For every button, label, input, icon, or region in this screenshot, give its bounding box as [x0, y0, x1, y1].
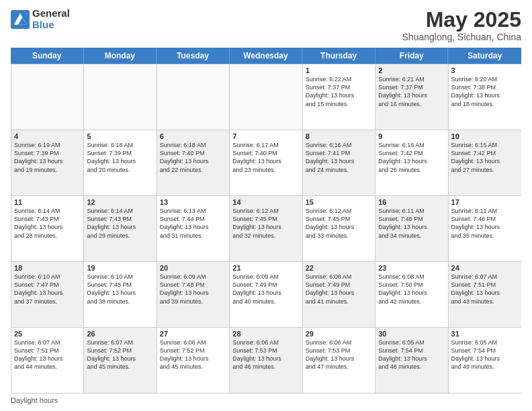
- day-number: 31: [451, 330, 519, 338]
- cell-info: Sunrise: 6:20 AM Sunset: 7:38 PM Dayligh…: [451, 75, 519, 108]
- calendar-cell-11: 11Sunrise: 6:14 AM Sunset: 7:43 PM Dayli…: [11, 196, 84, 261]
- calendar-row-2: 11Sunrise: 6:14 AM Sunset: 7:43 PM Dayli…: [11, 195, 521, 261]
- calendar-cell-4: 4Sunrise: 6:19 AM Sunset: 7:39 PM Daylig…: [11, 130, 84, 195]
- day-header-saturday: Saturday: [448, 48, 521, 64]
- cell-info: Sunrise: 6:11 AM Sunset: 7:46 PM Dayligh…: [378, 207, 445, 240]
- calendar-cell-18: 18Sunrise: 6:10 AM Sunset: 7:47 PM Dayli…: [11, 262, 84, 327]
- day-number: 11: [14, 198, 81, 206]
- calendar-cell-29: 29Sunrise: 6:06 AM Sunset: 7:53 PM Dayli…: [303, 328, 375, 393]
- day-number: 16: [378, 198, 445, 206]
- cell-info: Sunrise: 6:14 AM Sunset: 7:43 PM Dayligh…: [14, 207, 81, 240]
- calendar-cell-3: 3Sunrise: 6:20 AM Sunset: 7:38 PM Daylig…: [449, 64, 521, 130]
- cell-info: Sunrise: 6:16 AM Sunset: 7:41 PM Dayligh…: [306, 141, 372, 174]
- cell-info: Sunrise: 6:15 AM Sunset: 7:42 PM Dayligh…: [451, 141, 519, 174]
- day-header-thursday: Thursday: [302, 48, 375, 64]
- day-number: 30: [378, 330, 445, 338]
- cell-info: Sunrise: 6:07 AM Sunset: 7:52 PM Dayligh…: [87, 338, 153, 371]
- day-number: 14: [232, 198, 299, 206]
- calendar-cell-25: 25Sunrise: 6:07 AM Sunset: 7:51 PM Dayli…: [11, 328, 84, 393]
- cell-info: Sunrise: 6:22 AM Sunset: 7:37 PM Dayligh…: [306, 75, 372, 108]
- calendar-cell-7: 7Sunrise: 6:17 AM Sunset: 7:40 PM Daylig…: [230, 130, 302, 195]
- day-number: 10: [451, 132, 519, 140]
- cell-info: Sunrise: 6:10 AM Sunset: 7:48 PM Dayligh…: [87, 273, 153, 306]
- day-number: 25: [14, 330, 81, 338]
- calendar-row-4: 25Sunrise: 6:07 AM Sunset: 7:51 PM Dayli…: [11, 327, 521, 393]
- cell-info: Sunrise: 6:07 AM Sunset: 7:51 PM Dayligh…: [14, 338, 81, 371]
- logo-blue-text: Blue: [32, 19, 70, 31]
- cell-info: Sunrise: 6:18 AM Sunset: 7:39 PM Dayligh…: [87, 141, 153, 174]
- day-header-sunday: Sunday: [11, 48, 84, 64]
- calendar-cell-24: 24Sunrise: 6:07 AM Sunset: 7:51 PM Dayli…: [449, 262, 521, 327]
- title-block: May 2025 Shuanglong, Sichuan, China: [402, 8, 521, 42]
- cell-info: Sunrise: 6:21 AM Sunset: 7:37 PM Dayligh…: [378, 75, 445, 108]
- calendar-cell-empty-0-0: [11, 64, 84, 130]
- day-number: 1: [306, 66, 372, 75]
- cell-info: Sunrise: 6:05 AM Sunset: 7:54 PM Dayligh…: [451, 338, 519, 371]
- calendar-cell-1: 1Sunrise: 6:22 AM Sunset: 7:37 PM Daylig…: [303, 64, 375, 130]
- day-number: 21: [232, 264, 299, 272]
- calendar-cell-10: 10Sunrise: 6:15 AM Sunset: 7:42 PM Dayli…: [449, 130, 521, 195]
- calendar-body: 1Sunrise: 6:22 AM Sunset: 7:37 PM Daylig…: [11, 64, 521, 394]
- day-number: 28: [232, 330, 299, 338]
- cell-info: Sunrise: 6:11 AM Sunset: 7:46 PM Dayligh…: [451, 207, 519, 240]
- calendar-cell-19: 19Sunrise: 6:10 AM Sunset: 7:48 PM Dayli…: [84, 262, 157, 327]
- cell-info: Sunrise: 6:14 AM Sunset: 7:43 PM Dayligh…: [87, 207, 153, 240]
- day-number: 19: [87, 264, 153, 272]
- day-number: 5: [87, 132, 153, 140]
- logo: General Blue: [11, 8, 70, 30]
- calendar-cell-28: 28Sunrise: 6:06 AM Sunset: 7:53 PM Dayli…: [230, 328, 302, 393]
- day-number: 27: [160, 330, 226, 338]
- cell-info: Sunrise: 6:08 AM Sunset: 7:49 PM Dayligh…: [306, 273, 372, 306]
- cell-info: Sunrise: 6:09 AM Sunset: 7:49 PM Dayligh…: [232, 273, 299, 306]
- daylight-label: Daylight hours: [11, 396, 58, 404]
- day-number: 22: [306, 264, 372, 272]
- calendar-cell-21: 21Sunrise: 6:09 AM Sunset: 7:49 PM Dayli…: [230, 262, 302, 327]
- day-number: 3: [451, 66, 519, 75]
- month-title: May 2025: [402, 8, 521, 32]
- calendar-cell-13: 13Sunrise: 6:13 AM Sunset: 7:44 PM Dayli…: [157, 196, 230, 261]
- calendar-row-3: 18Sunrise: 6:10 AM Sunset: 7:47 PM Dayli…: [11, 261, 521, 327]
- calendar-cell-8: 8Sunrise: 6:16 AM Sunset: 7:41 PM Daylig…: [303, 130, 375, 195]
- calendar-cell-empty-0-1: [84, 64, 157, 130]
- calendar-cell-27: 27Sunrise: 6:06 AM Sunset: 7:52 PM Dayli…: [157, 328, 230, 393]
- calendar-cell-31: 31Sunrise: 6:05 AM Sunset: 7:54 PM Dayli…: [449, 328, 521, 393]
- day-number: 20: [160, 264, 226, 272]
- cell-info: Sunrise: 6:12 AM Sunset: 7:45 PM Dayligh…: [306, 207, 372, 240]
- footer-note: Daylight hours: [11, 396, 521, 404]
- day-number: 2: [378, 66, 445, 75]
- calendar-cell-22: 22Sunrise: 6:08 AM Sunset: 7:49 PM Dayli…: [303, 262, 375, 327]
- cell-info: Sunrise: 6:16 AM Sunset: 7:42 PM Dayligh…: [378, 141, 445, 174]
- day-number: 7: [232, 132, 299, 140]
- cell-info: Sunrise: 6:06 AM Sunset: 7:52 PM Dayligh…: [160, 338, 226, 371]
- calendar-cell-26: 26Sunrise: 6:07 AM Sunset: 7:52 PM Dayli…: [84, 328, 157, 393]
- calendar-cell-16: 16Sunrise: 6:11 AM Sunset: 7:46 PM Dayli…: [375, 196, 448, 261]
- cell-info: Sunrise: 6:05 AM Sunset: 7:54 PM Dayligh…: [378, 338, 445, 371]
- calendar-cell-17: 17Sunrise: 6:11 AM Sunset: 7:46 PM Dayli…: [449, 196, 521, 261]
- day-number: 15: [306, 198, 372, 206]
- cell-info: Sunrise: 6:07 AM Sunset: 7:51 PM Dayligh…: [451, 273, 519, 306]
- calendar-cell-23: 23Sunrise: 6:08 AM Sunset: 7:50 PM Dayli…: [375, 262, 448, 327]
- cell-info: Sunrise: 6:13 AM Sunset: 7:44 PM Dayligh…: [160, 207, 226, 240]
- day-number: 17: [451, 198, 519, 206]
- calendar-cell-empty-0-3: [230, 64, 302, 130]
- day-number: 23: [378, 264, 445, 272]
- calendar-cell-6: 6Sunrise: 6:18 AM Sunset: 7:40 PM Daylig…: [157, 130, 230, 195]
- calendar-cell-15: 15Sunrise: 6:12 AM Sunset: 7:45 PM Dayli…: [303, 196, 375, 261]
- calendar-cell-2: 2Sunrise: 6:21 AM Sunset: 7:37 PM Daylig…: [375, 64, 448, 130]
- cell-info: Sunrise: 6:17 AM Sunset: 7:40 PM Dayligh…: [232, 141, 299, 174]
- calendar-cell-30: 30Sunrise: 6:05 AM Sunset: 7:54 PM Dayli…: [375, 328, 448, 393]
- day-header-wednesday: Wednesday: [230, 48, 303, 64]
- day-number: 8: [306, 132, 372, 140]
- calendar-cell-20: 20Sunrise: 6:09 AM Sunset: 7:48 PM Dayli…: [157, 262, 230, 327]
- calendar: SundayMondayTuesdayWednesdayThursdayFrid…: [11, 48, 521, 394]
- cell-info: Sunrise: 6:08 AM Sunset: 7:50 PM Dayligh…: [378, 273, 445, 306]
- day-number: 4: [14, 132, 81, 140]
- calendar-cell-5: 5Sunrise: 6:18 AM Sunset: 7:39 PM Daylig…: [84, 130, 157, 195]
- day-number: 29: [306, 330, 372, 338]
- day-number: 24: [451, 264, 519, 272]
- day-number: 6: [160, 132, 226, 140]
- page: General Blue May 2025 Shuanglong, Sichua…: [0, 0, 532, 411]
- day-number: 12: [87, 198, 153, 206]
- cell-info: Sunrise: 6:09 AM Sunset: 7:48 PM Dayligh…: [160, 273, 226, 306]
- header: General Blue May 2025 Shuanglong, Sichua…: [11, 8, 521, 42]
